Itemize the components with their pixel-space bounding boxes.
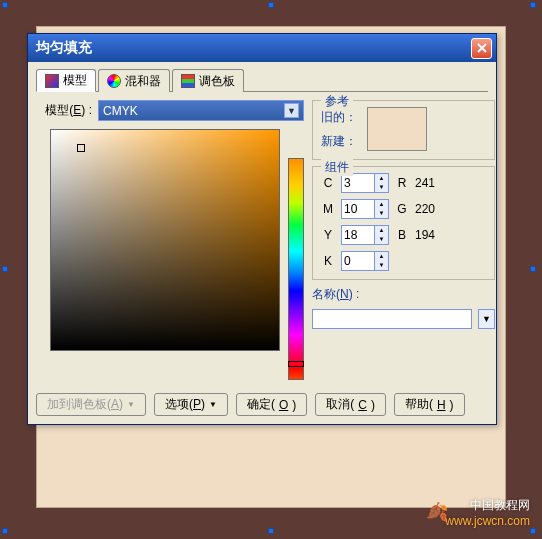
new-label: 新建： (321, 133, 361, 150)
y-label: Y (321, 228, 335, 242)
r-value: 241 (415, 176, 449, 190)
spinner-arrows[interactable]: ▲▼ (375, 225, 389, 245)
button-row: 加到调色板(A)▼ 选项(P)▼ 确定(O) 取消(C) 帮助(H) (36, 393, 488, 416)
hue-slider[interactable] (288, 158, 304, 380)
tab-mixer[interactable]: 混和器 (98, 69, 170, 92)
name-label: 名称(N) : (312, 286, 359, 303)
reference-group: 参考 旧的： 新建： (312, 100, 495, 160)
options-button[interactable]: 选项(P)▼ (154, 393, 228, 416)
g-value: 220 (415, 202, 449, 216)
uniform-fill-dialog: 均匀填充 模型 混和器 调色板 模型(E) : (27, 33, 497, 425)
c-label: C (321, 176, 335, 190)
main-area: 模型(E) : CMYK ▼ 参考 (36, 100, 488, 383)
r-label: R (395, 176, 409, 190)
reference-legend: 参考 (321, 93, 353, 110)
cancel-button[interactable]: 取消(C) (315, 393, 386, 416)
right-column: 参考 旧的： 新建： 组件 C ▲▼ R 241 M ▲ (312, 100, 495, 383)
spinner-arrows[interactable]: ▲▼ (375, 199, 389, 219)
model-value: CMYK (103, 104, 138, 118)
m-spinner[interactable]: ▲▼ (341, 199, 389, 219)
titlebar[interactable]: 均匀填充 (28, 34, 496, 62)
tab-model[interactable]: 模型 (36, 69, 96, 92)
help-button[interactable]: 帮助(H) (394, 393, 465, 416)
tab-label: 调色板 (199, 73, 235, 90)
spinner-arrows[interactable]: ▲▼ (375, 251, 389, 271)
left-column: 模型(E) : CMYK ▼ (36, 100, 304, 383)
close-icon (477, 43, 487, 53)
dialog-body: 模型 混和器 调色板 模型(E) : CMYK ▼ (28, 62, 496, 424)
c-input[interactable] (341, 173, 375, 193)
selection-handle[interactable] (268, 528, 274, 534)
components-group: 组件 C ▲▼ R 241 M ▲▼ G 220 Y ▲▼ B 194 (312, 166, 495, 280)
tab-bar: 模型 混和器 调色板 (36, 68, 488, 92)
model-row: 模型(E) : CMYK ▼ (36, 100, 304, 121)
components-legend: 组件 (321, 159, 353, 176)
mixer-icon (107, 74, 121, 88)
dialog-title: 均匀填充 (36, 39, 471, 57)
watermark-text: 中国教程网 (445, 497, 530, 513)
name-dropdown[interactable]: ▼ (478, 309, 495, 329)
model-combo[interactable]: CMYK ▼ (98, 100, 304, 121)
chevron-down-icon: ▼ (209, 400, 217, 409)
selection-handle[interactable] (268, 2, 274, 8)
selection-handle[interactable] (530, 266, 536, 272)
color-field[interactable] (50, 129, 280, 351)
close-button[interactable] (471, 38, 492, 59)
hue-cursor[interactable] (288, 361, 304, 367)
model-label: 模型(E) : (36, 102, 92, 119)
k-input[interactable] (341, 251, 375, 271)
y-spinner[interactable]: ▲▼ (341, 225, 389, 245)
b-label: B (395, 228, 409, 242)
k-label: K (321, 254, 335, 268)
model-icon (45, 74, 59, 88)
m-input[interactable] (341, 199, 375, 219)
spinner-arrows[interactable]: ▲▼ (375, 173, 389, 193)
color-cursor[interactable] (77, 144, 85, 152)
ok-button[interactable]: 确定(O) (236, 393, 307, 416)
tab-palette[interactable]: 调色板 (172, 69, 244, 92)
g-label: G (395, 202, 409, 216)
k-spinner[interactable]: ▲▼ (341, 251, 389, 271)
b-value: 194 (415, 228, 449, 242)
name-row: 名称(N) : (312, 286, 495, 303)
selection-handle[interactable] (530, 2, 536, 8)
selection-handle[interactable] (2, 528, 8, 534)
add-to-palette-button[interactable]: 加到调色板(A)▼ (36, 393, 146, 416)
selection-handle[interactable] (2, 266, 8, 272)
chevron-down-icon: ▼ (127, 400, 135, 409)
selection-handle[interactable] (530, 528, 536, 534)
c-spinner[interactable]: ▲▼ (341, 173, 389, 193)
y-input[interactable] (341, 225, 375, 245)
watermark-url: www.jcwcn.com (445, 513, 530, 529)
chevron-down-icon: ▼ (284, 103, 299, 118)
name-input[interactable] (312, 309, 472, 329)
tab-label: 混和器 (125, 73, 161, 90)
old-label: 旧的： (321, 109, 361, 126)
watermark: 中国教程网 www.jcwcn.com (445, 497, 530, 529)
selection-handle[interactable] (2, 2, 8, 8)
palette-icon (181, 74, 195, 88)
m-label: M (321, 202, 335, 216)
color-swatch (367, 107, 427, 151)
tab-label: 模型 (63, 72, 87, 89)
